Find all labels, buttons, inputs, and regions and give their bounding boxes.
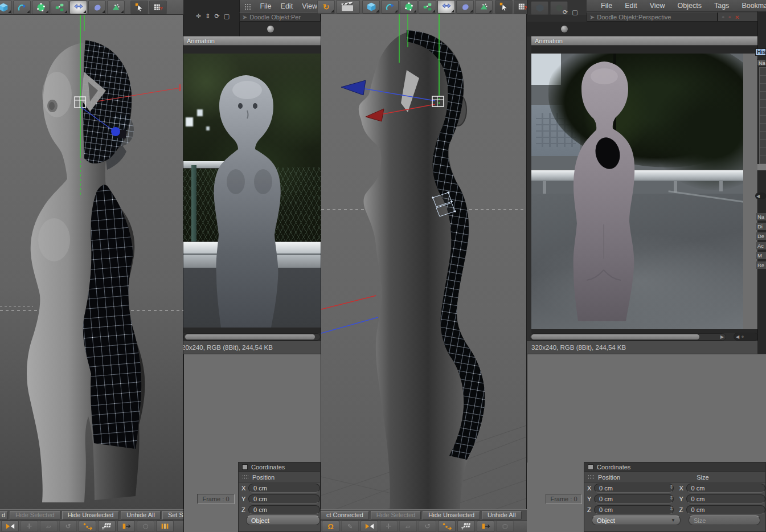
scroll-right-icon[interactable]: ▶ — [720, 334, 724, 339]
move-tool-icon[interactable]: ✛ — [21, 521, 38, 532]
primitive-cube-icon[interactable] — [362, 0, 380, 14]
points-mode-icon[interactable] — [51, 1, 68, 14]
menu-tags[interactable]: Tags — [708, 0, 735, 11]
position-z-field[interactable]: 0 cm ⇕ — [594, 505, 674, 514]
size-x-field[interactable]: 0 cm — [686, 484, 766, 493]
cut-button[interactable]: d — [0, 511, 8, 519]
make-editable-icon[interactable] — [32, 1, 50, 14]
right-pv-animation-bar[interactable]: Animation — [531, 36, 757, 46]
menu-file[interactable]: File — [255, 1, 276, 12]
magnet-move-icon[interactable] — [437, 0, 455, 14]
right-viewport-titlebar[interactable]: ➤ Doodle Objekt:Perspective — [587, 13, 718, 22]
scatter-tool-icon[interactable] — [475, 0, 493, 14]
hide-unselected-button[interactable]: Hide Unselected — [423, 511, 480, 519]
scale-tool-icon[interactable]: ▱ — [40, 521, 58, 532]
object-mode-dropdown[interactable]: Object — [246, 515, 320, 525]
autokey-icon[interactable] — [477, 521, 494, 532]
timeline-grid-icon[interactable] — [457, 521, 475, 532]
nav-zoom-icon[interactable]: ⇕ — [205, 13, 210, 19]
history-list[interactable] — [759, 67, 766, 164]
coordinates-header[interactable]: Coordinates — [584, 463, 765, 472]
window-dot-icon[interactable]: ● — [722, 14, 724, 20]
stepper-icon[interactable]: ⇕ — [669, 495, 674, 501]
scroll-left-icon[interactable]: ◀ — [736, 334, 739, 339]
points-mode-icon[interactable] — [419, 0, 436, 14]
position-x-field[interactable]: 0 cm — [248, 484, 320, 493]
position-y-field[interactable]: 0 cm — [248, 494, 320, 504]
position-y-field[interactable]: 0 cm ⇕ — [594, 494, 674, 504]
menu-bookmarks[interactable]: Bookmarks — [735, 0, 766, 11]
nav-maximize-icon[interactable]: ▢ — [224, 13, 230, 19]
spline-tool-icon[interactable] — [381, 0, 399, 14]
coordinates-header[interactable]: Coordinates — [239, 463, 320, 472]
menu-file[interactable]: File — [595, 0, 618, 11]
history-name-column-header[interactable]: Na — [757, 59, 766, 66]
scroll-left-icon[interactable]: ◀ — [756, 194, 760, 199]
position-z-field[interactable]: 0 cm — [248, 505, 320, 514]
unhide-all-button[interactable]: Unhide All — [121, 511, 161, 519]
middle-3d-viewport[interactable] — [321, 14, 527, 510]
nav-rotate-icon[interactable]: ⟳ — [214, 13, 219, 19]
menu-drag-handle-icon[interactable] — [244, 3, 252, 10]
object-mode-dropdown[interactable]: Object ▼ — [592, 515, 681, 525]
position-size-subheader[interactable]: Position Size — [584, 472, 765, 482]
undo-rotate-icon[interactable]: ↻ — [317, 0, 335, 14]
object-sphere-icon[interactable] — [561, 26, 568, 32]
menu-objects[interactable]: Objects — [671, 0, 708, 11]
record-keyframe-icon[interactable] — [438, 521, 456, 532]
menu-edit[interactable]: Edit — [618, 0, 644, 11]
left-3d-viewport[interactable] — [0, 15, 183, 510]
make-editable-icon[interactable] — [400, 0, 417, 14]
scale-tool-icon[interactable]: ▱ — [399, 521, 417, 532]
timeline-grid-icon[interactable] — [98, 521, 116, 532]
hide-selected-button[interactable]: Hide Selected — [10, 511, 60, 519]
rotate-tool-icon[interactable]: ↺ — [419, 521, 436, 532]
unhide-all-button[interactable]: Unhide All — [482, 511, 522, 519]
scatter-tool-icon[interactable] — [107, 1, 125, 14]
position-x-field[interactable]: 0 cm ⇕ — [594, 484, 674, 493]
left-pv-animation-bar[interactable]: Animation — [183, 36, 321, 46]
primitive-cube-icon[interactable] — [0, 1, 12, 14]
pen-tool-icon[interactable]: ✎ — [341, 521, 359, 532]
move-tool-icon[interactable]: ✛ — [380, 521, 398, 532]
keyframe-flag-icon[interactable] — [1, 521, 19, 532]
layout-grid-icon[interactable]: ? — [149, 1, 167, 14]
left-pv-hscrollbar[interactable] — [183, 333, 321, 341]
pv-page-control[interactable]: ◀ ● — [734, 333, 759, 341]
stepper-icon[interactable]: ⇕ — [669, 484, 674, 490]
nav-rotate-icon[interactable]: ⟳ — [563, 9, 568, 15]
attribute-scroll-control[interactable]: ◀ — [755, 193, 766, 199]
hide-unselected-button[interactable]: Hide Unselected — [62, 511, 120, 519]
size-z-field[interactable]: 0 cm — [686, 505, 766, 514]
nav-maximize-icon[interactable]: ▢ — [572, 9, 577, 15]
position-subheader[interactable]: Position — [239, 472, 320, 482]
rotate-tool-icon[interactable]: ↺ — [59, 521, 77, 532]
autokey-icon[interactable] — [117, 521, 135, 532]
select-connected-button[interactable]: ct Connected — [321, 511, 369, 519]
dim-cube-icon[interactable] — [531, 1, 548, 15]
magnet-move-icon[interactable] — [69, 1, 87, 14]
hide-selected-button[interactable]: Hide Selected — [371, 511, 421, 519]
menu-edit[interactable]: Edit — [276, 1, 298, 12]
record-keyframe-icon[interactable] — [79, 521, 96, 532]
brush-tool-icon[interactable] — [88, 1, 106, 14]
middle-viewport-titlebar[interactable]: ➤ Doodle Objekt:Per — [239, 13, 321, 22]
nav-move-icon[interactable]: ✛ — [196, 13, 201, 19]
mixer-sliders-icon[interactable] — [156, 521, 174, 532]
stepper-icon[interactable]: ⇕ — [669, 506, 674, 511]
close-icon[interactable]: ✕ — [735, 14, 739, 21]
history-tab[interactable]: Hist — [755, 48, 766, 56]
object-sphere-icon[interactable] — [267, 26, 274, 32]
window-dot2-icon[interactable]: ● — [728, 14, 731, 20]
keyframe-flag-icon[interactable] — [361, 521, 378, 532]
selection-arrow-icon[interactable] — [130, 1, 148, 14]
render-box-icon[interactable]: ⬡ — [137, 521, 154, 532]
right-pv-hscrollbar[interactable]: ▶ — [530, 333, 726, 341]
spline-tool-icon[interactable] — [13, 1, 31, 14]
selection-arrow-icon[interactable] — [495, 0, 513, 14]
menu-view[interactable]: View — [644, 0, 671, 11]
size-y-field[interactable]: 0 cm — [686, 494, 766, 504]
render-clapperboard-icon[interactable] — [336, 0, 360, 14]
history-scroll-thumb[interactable] — [757, 164, 766, 170]
set-selection-button[interactable]: Set S — [162, 511, 183, 519]
